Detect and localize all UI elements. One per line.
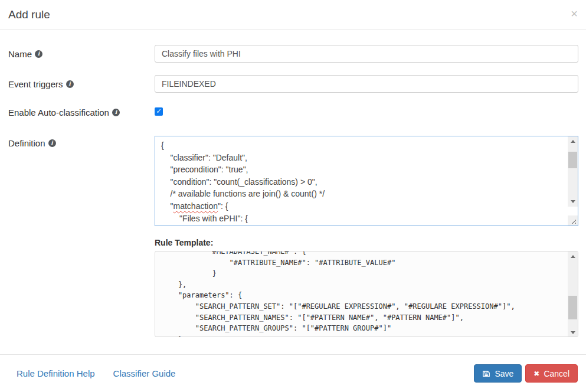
rule-template-content: #METADATASET_NAME# : { "#ATTRIBUTE_NAME#… [161, 251, 561, 337]
checkmark-icon: ✓ [156, 108, 161, 115]
auto-classification-row: Enable Auto-classification i ✓ [8, 105, 578, 117]
name-label: Name [8, 49, 32, 59]
modal-footer: Rule Definition HelpClassifier Guide Sav… [0, 354, 586, 392]
definition-editor[interactable]: { "classifier": "Default", "precondition… [155, 136, 578, 226]
scroll-up-icon[interactable] [568, 251, 578, 262]
footer-link-rule-definition-help[interactable]: Rule Definition Help [17, 368, 95, 378]
name-label-wrap: Name i [8, 45, 155, 59]
scroll-up-icon[interactable] [568, 136, 578, 146]
cancel-button-label: Cancel [544, 369, 569, 378]
footer-link-classifier-guide[interactable]: Classifier Guide [113, 368, 176, 378]
footer-links: Rule Definition HelpClassifier Guide [17, 368, 175, 378]
rule-template-label: Rule Template: [155, 238, 578, 247]
info-icon: i [112, 109, 120, 116]
info-icon: i [66, 80, 74, 88]
rule-template-box[interactable]: #METADATASET_NAME# : { "#ATTRIBUTE_NAME#… [155, 251, 578, 337]
cancel-button[interactable]: ✖ Cancel [525, 364, 578, 383]
event-triggers-label: Event triggers [8, 79, 63, 89]
auto-classification-label: Enable Auto-classification [8, 107, 109, 117]
save-button[interactable]: Save [474, 364, 522, 383]
cancel-x-icon: ✖ [533, 370, 539, 378]
event-triggers-input[interactable] [155, 75, 578, 93]
info-icon: i [48, 139, 56, 147]
name-row: Name i [8, 45, 578, 63]
modal-title: Add rule [8, 8, 577, 21]
definition-scrollbar[interactable] [568, 136, 578, 207]
definition-scrollbar-thumb[interactable] [568, 152, 577, 168]
auto-classification-checkbox[interactable]: ✓ [155, 107, 163, 116]
close-icon[interactable]: × [571, 8, 578, 19]
event-triggers-label-wrap: Event triggers i [8, 75, 155, 89]
definition-row: Definition i { "classifier": "Default", … [8, 136, 578, 337]
definition-editor-content[interactable]: { "classifier": "Default", "precondition… [155, 136, 567, 226]
info-icon: i [35, 50, 42, 58]
event-triggers-row: Event triggers i [8, 75, 578, 93]
save-icon [482, 370, 490, 378]
auto-classification-label-wrap: Enable Auto-classification i [8, 105, 155, 117]
modal-header: Add rule × [0, 0, 586, 30]
definition-label-wrap: Definition i [8, 136, 155, 148]
rule-template-scrollbar-thumb[interactable] [568, 296, 577, 319]
name-input[interactable] [155, 45, 578, 63]
scroll-down-icon[interactable] [568, 197, 578, 207]
rule-template-scrollbar[interactable] [568, 251, 578, 337]
scroll-down-icon[interactable] [568, 328, 578, 337]
resize-grip-icon[interactable] [568, 215, 578, 226]
add-rule-modal: Add rule × Name i Event triggers i Enabl [0, 0, 586, 392]
definition-label: Definition [8, 138, 45, 148]
save-button-label: Save [495, 369, 513, 378]
modal-body: Name i Event triggers i Enable Auto-clas… [0, 30, 586, 337]
